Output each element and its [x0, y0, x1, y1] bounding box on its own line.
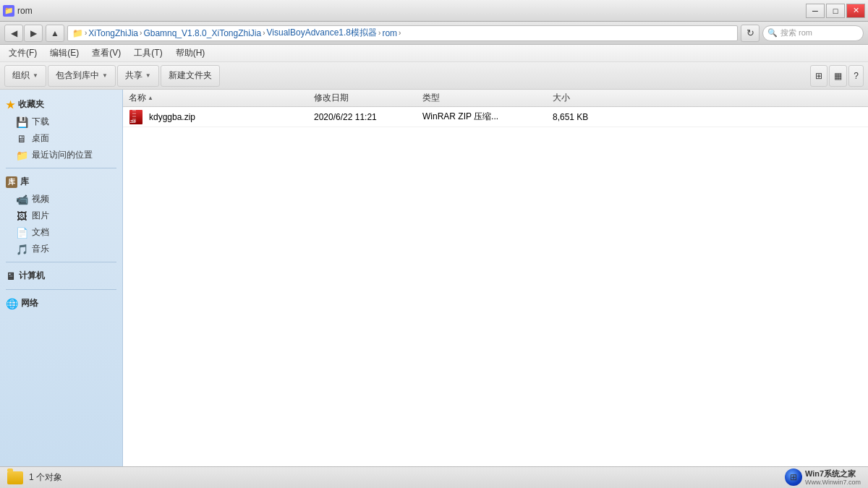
- sidebar-item-desktop[interactable]: 🖥 桌面: [0, 130, 122, 147]
- menu-file[interactable]: 文件(F): [3, 46, 43, 61]
- desktop-icon: 🖥: [16, 133, 27, 145]
- library-icon: 库: [6, 176, 17, 188]
- include-library-arrow: ▼: [102, 72, 108, 79]
- view-options-button[interactable]: ⊞: [810, 65, 827, 87]
- sidebar-item-download[interactable]: 💾 下载: [0, 114, 122, 130]
- recent-icon: 📁: [16, 150, 27, 161]
- minimize-button[interactable]: ─: [806, 4, 825, 18]
- status-right: ⊞ Win7系统之家 Www.Winwin7.com: [785, 468, 861, 487]
- col-header-type[interactable]: 类型: [422, 92, 553, 104]
- window-icon: 📁: [3, 5, 14, 17]
- sidebar-divider-3: [6, 289, 116, 290]
- computer-label: 计算机: [19, 270, 45, 282]
- breadcrumb-item-3[interactable]: VisualBoyAdvance1.8模拟器: [267, 27, 378, 39]
- share-label: 共享: [125, 69, 142, 82]
- organize-label: 组织: [12, 69, 30, 82]
- back-button[interactable]: ◀: [4, 25, 23, 42]
- title-bar-left: 📁 rom: [3, 5, 33, 17]
- sidebar-recent-label: 最近访问的位置: [32, 149, 93, 161]
- sidebar-item-documents[interactable]: 📄 文档: [0, 224, 122, 241]
- view-grid-icon: ⊞: [815, 71, 822, 81]
- table-row[interactable]: ZIP kdyggba.zip 2020/6/22 11:21 WinRAR Z…: [123, 107, 868, 127]
- download-icon: 💾: [16, 116, 27, 128]
- favorites-label: 收藏夹: [18, 98, 44, 111]
- file-date: 2020/6/22 11:21: [314, 112, 377, 122]
- breadcrumb-item-4[interactable]: rom: [382, 28, 397, 38]
- help-button[interactable]: ?: [848, 65, 864, 87]
- music-icon: 🎵: [16, 244, 27, 255]
- toolbar: 组织 ▼ 包含到库中 ▼ 共享 ▼ 新建文件夹 ⊞ ▦ ?: [0, 62, 868, 90]
- refresh-button[interactable]: ↻: [741, 25, 760, 42]
- preview-pane-button[interactable]: ▦: [829, 65, 847, 87]
- new-folder-button[interactable]: 新建文件夹: [161, 65, 220, 87]
- sort-arrow-name: ▲: [148, 95, 153, 101]
- file-type-cell: WinRAR ZIP 压缩...: [422, 111, 553, 123]
- breadcrumb[interactable]: 📁 › XiTongZhiJia › Gbamnq_V1.8.0_XiTongZ…: [67, 25, 738, 41]
- file-list: 名称 ▲ 修改日期 类型 大小 ZIP kdy: [123, 90, 868, 466]
- nav-buttons: ◀ ▶: [4, 25, 43, 42]
- status-left: 1 个对象: [7, 471, 62, 484]
- help-icon: ?: [854, 71, 859, 81]
- menu-tools[interactable]: 工具(T): [128, 46, 168, 61]
- menu-help[interactable]: 帮助(H): [170, 46, 211, 61]
- file-name-cell: ZIP kdyggba.zip: [126, 110, 314, 124]
- menu-bar: 文件(F) 编辑(E) 查看(V) 工具(T) 帮助(H): [0, 45, 868, 62]
- organize-button[interactable]: 组织 ▼: [4, 65, 46, 87]
- sidebar-item-pictures[interactable]: 🖼 图片: [0, 207, 122, 224]
- sidebar-download-label: 下载: [32, 116, 49, 128]
- win7-logo-text-container: Win7系统之家 Www.Winwin7.com: [805, 468, 861, 487]
- sidebar-documents-label: 文档: [32, 226, 49, 239]
- sidebar-network-header[interactable]: 🌐 网络: [0, 294, 122, 312]
- computer-icon: 🖥: [6, 270, 16, 282]
- menu-view[interactable]: 查看(V): [86, 46, 127, 61]
- include-library-label: 包含到库中: [56, 69, 99, 82]
- file-date-cell: 2020/6/22 11:21: [314, 112, 422, 122]
- search-box[interactable]: 🔍 搜索 rom: [762, 25, 864, 41]
- file-size-cell: 8,651 KB: [553, 112, 625, 122]
- sidebar-favorites-header[interactable]: ★ 收藏夹: [0, 95, 122, 114]
- network-icon: 🌐: [6, 298, 18, 309]
- win7-logo: ⊞ Win7系统之家 Www.Winwin7.com: [785, 468, 861, 487]
- sidebar: ★ 收藏夹 💾 下载 🖥 桌面 📁 最近访问的位置 库 库 📹 视频 🖼 图片: [0, 90, 123, 466]
- col-header-size[interactable]: 大小: [553, 92, 625, 104]
- col-date-label: 修改日期: [314, 92, 349, 104]
- breadcrumb-item-1[interactable]: XiTongZhiJia: [88, 28, 138, 38]
- new-folder-label: 新建文件夹: [169, 69, 212, 82]
- preview-icon: ▦: [834, 71, 842, 81]
- sidebar-item-music[interactable]: 🎵 音乐: [0, 241, 122, 257]
- include-library-button[interactable]: 包含到库中 ▼: [48, 65, 116, 87]
- status-bar: 1 个对象 ⊞ Win7系统之家 Www.Winwin7.com: [0, 466, 868, 488]
- sidebar-music-label: 音乐: [32, 243, 49, 255]
- close-button[interactable]: ✕: [846, 4, 865, 18]
- share-button[interactable]: 共享 ▼: [117, 65, 159, 87]
- sidebar-computer-header[interactable]: 🖥 计算机: [0, 267, 122, 285]
- window-title: rom: [17, 6, 33, 16]
- sidebar-divider-1: [6, 168, 116, 168]
- file-size: 8,651 KB: [553, 112, 588, 122]
- sidebar-item-recent[interactable]: 📁 最近访问的位置: [0, 147, 122, 163]
- col-header-name[interactable]: 名称 ▲: [126, 92, 314, 104]
- sidebar-pictures-label: 图片: [32, 210, 49, 222]
- file-list-header: 名称 ▲ 修改日期 类型 大小: [123, 90, 868, 107]
- maximize-button[interactable]: □: [826, 4, 845, 18]
- status-count: 1 个对象: [29, 471, 62, 484]
- main-area: ★ 收藏夹 💾 下载 🖥 桌面 📁 最近访问的位置 库 库 📹 视频 🖼 图片: [0, 90, 868, 466]
- sidebar-divider-2: [6, 262, 116, 262]
- sidebar-desktop-label: 桌面: [32, 132, 49, 145]
- sidebar-library-header[interactable]: 库 库: [0, 173, 122, 191]
- menu-edit[interactable]: 编辑(E): [44, 46, 85, 61]
- search-placeholder: 搜索 rom: [780, 27, 812, 38]
- col-header-date[interactable]: 修改日期: [314, 92, 422, 104]
- win7-logo-line2: Www.Winwin7.com: [805, 479, 861, 487]
- status-folder-icon: [7, 471, 23, 484]
- col-size-label: 大小: [553, 92, 570, 104]
- breadcrumb-folder-icon: 📁: [72, 28, 83, 38]
- up-button[interactable]: ▲: [46, 25, 64, 42]
- share-arrow: ▼: [145, 72, 151, 79]
- forward-button[interactable]: ▶: [24, 25, 43, 42]
- breadcrumb-item-2[interactable]: Gbamnq_V1.8.0_XiTongZhiJia: [143, 28, 261, 38]
- documents-icon: 📄: [16, 227, 27, 239]
- win7-logo-line1: Win7系统之家: [805, 468, 861, 479]
- sidebar-item-video[interactable]: 📹 视频: [0, 191, 122, 207]
- organize-arrow: ▼: [33, 72, 38, 79]
